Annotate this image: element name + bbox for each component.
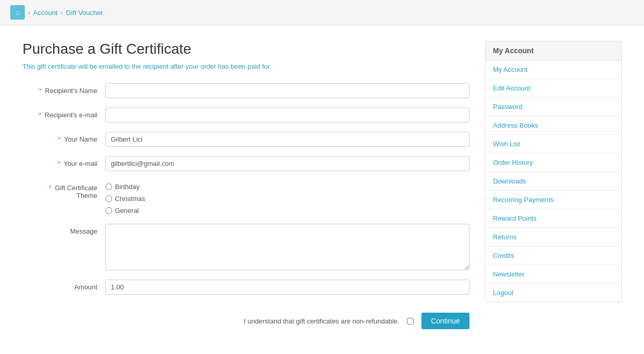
breadcrumb-current[interactable]: Gift Voucher: [66, 9, 103, 17]
continue-button[interactable]: Continue: [421, 313, 469, 329]
refund-notice: I understand that gift certificates are …: [244, 317, 399, 325]
sidebar: My Account My Account Edit Account Passw…: [485, 41, 622, 329]
sidebar-item-newsletter[interactable]: Newsletter: [485, 265, 621, 284]
your-email-label: * Your e-mail: [23, 156, 105, 167]
sidebar-item-edit-account[interactable]: Edit Account: [485, 79, 621, 98]
required-star-3: *: [58, 135, 60, 143]
recipient-email-input[interactable]: [105, 107, 469, 122]
sidebar-item-returns[interactable]: Returns: [485, 228, 621, 247]
breadcrumb-sep-2: ›: [60, 9, 62, 17]
page-subtitle: This gift certificate will be emailed to…: [23, 63, 469, 70]
your-email-input[interactable]: [105, 156, 469, 171]
form-footer: I understand that gift certificates are …: [23, 305, 469, 329]
sidebar-item-my-account[interactable]: My Account: [485, 60, 621, 79]
sidebar-item-password[interactable]: Password: [485, 98, 621, 116]
sidebar-item-credits[interactable]: Credits: [485, 247, 621, 265]
your-name-input[interactable]: [105, 132, 469, 147]
gift-certificate-form: * Recipient's Name * Recipient's e-mail …: [23, 83, 469, 329]
theme-group: * Gift CertificateTheme Birthday Christm…: [23, 180, 469, 214]
message-group: Message: [23, 224, 469, 270]
required-star-2: *: [39, 111, 41, 119]
amount-label: Amount: [23, 280, 105, 291]
theme-general-label: General: [115, 207, 139, 214]
sidebar-panel: My Account My Account Edit Account Passw…: [485, 41, 622, 302]
sidebar-header: My Account: [485, 41, 621, 60]
theme-christmas-radio[interactable]: [105, 195, 112, 202]
refund-checkbox[interactable]: [407, 318, 414, 325]
page-container: Purchase a Gift Certificate This gift ce…: [12, 25, 632, 345]
sidebar-item-wish-list[interactable]: Wish List: [485, 135, 621, 153]
your-email-group: * Your e-mail: [23, 156, 469, 171]
breadcrumb-sep-1: ›: [28, 9, 30, 17]
theme-label: * Gift CertificateTheme: [23, 180, 105, 199]
theme-general-option[interactable]: General: [105, 207, 146, 214]
message-label: Message: [23, 224, 105, 235]
message-input[interactable]: [105, 224, 469, 270]
breadcrumb-account[interactable]: Account: [33, 9, 57, 17]
sidebar-item-reward-points[interactable]: Reward Points: [485, 209, 621, 228]
required-star-5: *: [49, 184, 51, 192]
recipient-name-group: * Recipient's Name: [23, 83, 469, 98]
amount-input[interactable]: [105, 280, 469, 295]
sidebar-item-order-history[interactable]: Order History: [485, 153, 621, 172]
sidebar-item-address-books[interactable]: Address Books: [485, 116, 621, 135]
your-name-label: * Your Name: [23, 132, 105, 143]
amount-group: Amount: [23, 280, 469, 295]
theme-christmas-option[interactable]: Christmas: [105, 195, 146, 203]
sidebar-item-downloads[interactable]: Downloads: [485, 172, 621, 191]
theme-radio-group: Birthday Christmas General: [105, 180, 146, 214]
main-content: Purchase a Gift Certificate This gift ce…: [23, 41, 469, 329]
theme-birthday-option[interactable]: Birthday: [105, 183, 146, 191]
breadcrumb: ⌂ › Account › Gift Voucher: [0, 0, 644, 25]
recipient-email-label: * Recipient's e-mail: [23, 107, 105, 119]
required-star: *: [39, 87, 41, 95]
recipient-name-input[interactable]: [105, 83, 469, 98]
theme-christmas-label: Christmas: [115, 195, 146, 203]
recipient-email-group: * Recipient's e-mail: [23, 107, 469, 122]
theme-general-radio[interactable]: [105, 207, 112, 214]
theme-birthday-radio[interactable]: [105, 183, 112, 190]
home-icon[interactable]: ⌂: [10, 5, 25, 20]
your-name-group: * Your Name: [23, 132, 469, 147]
sidebar-item-logout[interactable]: Logout: [485, 284, 621, 302]
recipient-name-label: * Recipient's Name: [23, 83, 105, 95]
sidebar-item-recurring-payments[interactable]: Recurring Payments: [485, 191, 621, 209]
required-star-4: *: [58, 160, 60, 167]
page-title: Purchase a Gift Certificate: [23, 41, 469, 57]
theme-birthday-label: Birthday: [115, 183, 140, 191]
